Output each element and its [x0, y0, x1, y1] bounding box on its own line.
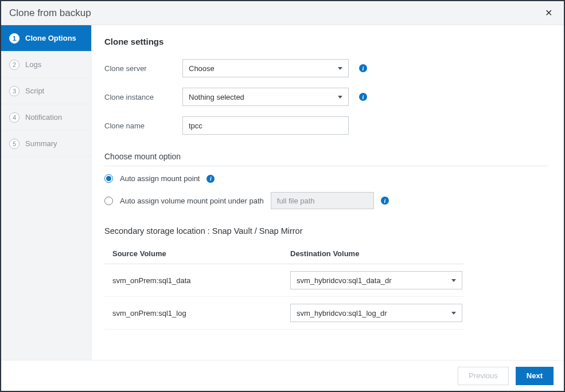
- step-number: 5: [9, 139, 20, 149]
- clone-server-row: Clone server Choose i: [104, 59, 548, 77]
- clone-instance-row: Clone instance Nothing selected i: [104, 88, 548, 106]
- sidebar-step-logs[interactable]: 2 Logs: [1, 52, 91, 78]
- clone-instance-value: Nothing selected: [189, 93, 244, 101]
- step-number: 1: [9, 33, 20, 44]
- mount-option-path: Auto assign volume mount point under pat…: [104, 192, 548, 209]
- clone-name-label: Clone name: [104, 121, 172, 130]
- destination-volume-value: svm_hybridcvo:sql1_data_dr: [297, 276, 391, 285]
- info-icon[interactable]: i: [206, 175, 215, 183]
- destination-volume-select[interactable]: svm_hybridcvo:sql1_log_dr: [290, 304, 462, 322]
- mount-option-heading: Choose mount option: [104, 152, 548, 161]
- wizard-sidebar: 1 Clone Options 2 Logs 3 Script 4 Notifi…: [1, 25, 92, 360]
- storage-table: Source Volume Destination Volume svm_onP…: [104, 244, 465, 330]
- step-label: Logs: [25, 60, 41, 69]
- mount-option-auto: Auto assign mount point i: [104, 174, 548, 183]
- source-volume-value: svm_onPrem:sql1_log: [112, 309, 290, 317]
- step-number: 2: [9, 60, 20, 70]
- dialog-body: 1 Clone Options 2 Logs 3 Script 4 Notifi…: [1, 25, 564, 360]
- sidebar-step-clone-options[interactable]: 1 Clone Options: [1, 25, 91, 52]
- info-icon[interactable]: i: [381, 197, 389, 205]
- close-icon[interactable]: ✕: [541, 6, 556, 19]
- info-icon[interactable]: i: [359, 64, 367, 72]
- clone-server-label: Clone server: [104, 64, 172, 73]
- step-label: Summary: [25, 139, 57, 148]
- mount-path-label: Auto assign volume mount point under pat…: [120, 197, 264, 205]
- table-row: svm_onPrem:sql1_data svm_hybridcvo:sql1_…: [104, 264, 465, 297]
- sidebar-step-script[interactable]: 3 Script: [1, 78, 91, 104]
- clone-server-select[interactable]: Choose: [182, 59, 349, 77]
- dialog-titlebar: Clone from backup ✕: [1, 1, 564, 25]
- clone-options-panel: Clone settings Clone server Choose i Clo…: [92, 25, 564, 360]
- sidebar-step-summary[interactable]: 5 Summary: [1, 131, 91, 157]
- clone-name-field-wrapper: [182, 116, 349, 135]
- step-label: Notification: [25, 113, 62, 121]
- col-source-header: Source Volume: [112, 249, 290, 258]
- clone-name-row: Clone name: [104, 116, 548, 135]
- previous-button: Previous: [458, 367, 509, 385]
- next-button[interactable]: Next: [516, 367, 554, 385]
- clone-instance-select[interactable]: Nothing selected: [182, 88, 349, 106]
- info-icon[interactable]: i: [359, 93, 367, 101]
- destination-volume-value: svm_hybridcvo:sql1_log_dr: [297, 309, 387, 317]
- chevron-down-icon: [451, 279, 456, 282]
- clone-settings-heading: Clone settings: [104, 37, 548, 46]
- step-label: Script: [25, 87, 44, 95]
- clone-name-input[interactable]: [189, 121, 342, 130]
- storage-table-header: Source Volume Destination Volume: [104, 244, 465, 264]
- divider: [104, 166, 548, 166]
- clone-from-backup-dialog: Clone from backup ✕ 1 Clone Options 2 Lo…: [0, 0, 565, 392]
- mount-path-radio[interactable]: [104, 197, 113, 205]
- secondary-storage-heading: Secondary storage location : Snap Vault …: [104, 226, 548, 236]
- dialog-footer: Previous Next: [1, 360, 564, 391]
- sidebar-step-notification[interactable]: 4 Notification: [1, 104, 91, 131]
- chevron-down-icon: [338, 96, 342, 99]
- step-label: Clone Options: [25, 34, 76, 42]
- clone-instance-label: Clone instance: [104, 93, 172, 101]
- source-volume-value: svm_onPrem:sql1_data: [112, 276, 290, 285]
- dialog-title: Clone from backup: [9, 7, 91, 19]
- chevron-down-icon: [451, 312, 456, 315]
- clone-server-value: Choose: [189, 64, 215, 73]
- mount-path-input[interactable]: full file path: [271, 192, 374, 209]
- step-number: 3: [9, 86, 20, 96]
- col-dest-header: Destination Volume: [290, 249, 457, 258]
- destination-volume-select[interactable]: svm_hybridcvo:sql1_data_dr: [290, 271, 462, 289]
- mount-auto-radio[interactable]: [104, 174, 113, 183]
- table-row: svm_onPrem:sql1_log svm_hybridcvo:sql1_l…: [104, 297, 465, 330]
- chevron-down-icon: [338, 67, 342, 70]
- step-number: 4: [9, 112, 20, 123]
- mount-auto-label: Auto assign mount point: [120, 174, 200, 183]
